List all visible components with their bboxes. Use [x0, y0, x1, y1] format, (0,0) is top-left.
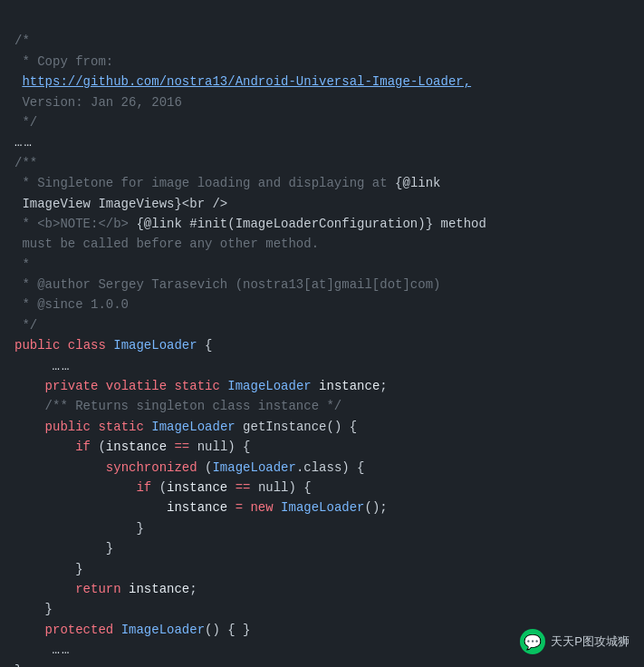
dots-3: ……	[14, 643, 71, 657]
assign-stmt: instance = new ImageLoader();	[14, 500, 388, 515]
inline-comment: /** Returns singleton class instance */	[14, 399, 341, 413]
watermark-icon: 💬	[520, 629, 545, 654]
javadoc-start: /**	[14, 156, 37, 170]
code-block: /* * Copy from: https://github.com/nostr…	[14, 11, 630, 667]
comment-line-3: https://github.com/nostra13/Android-Univ…	[14, 74, 471, 89]
comment-line-5: */	[14, 115, 37, 130]
watermark: 💬 天天P图攻城狮	[520, 629, 630, 654]
method-sig: public static ImageLoader getInstance() …	[14, 420, 357, 434]
wechat-icon: 💬	[524, 633, 542, 651]
comment-line-2: * Copy from:	[14, 54, 113, 69]
close-class: }	[14, 663, 22, 668]
javadoc-since: * @since 1.0.0	[14, 297, 129, 312]
close-brace-4: }	[14, 602, 53, 616]
javadoc-line-4: must be called before any other method.	[14, 237, 319, 251]
javadoc-line-5: *	[14, 257, 30, 272]
close-brace-3: }	[14, 562, 83, 576]
javadoc-line-2: ImageView ImageViews}<br />	[14, 197, 227, 211]
if-stmt-1: if (instance == null) {	[14, 440, 251, 454]
watermark-text: 天天P图攻城狮	[551, 633, 630, 650]
close-brace-1: }	[14, 521, 144, 536]
if-stmt-2: if (instance == null) {	[14, 480, 312, 495]
comment-line-4: Version: Jan 26, 2016	[14, 95, 182, 110]
code-container: /* * Copy from: https://github.com/nostr…	[0, 0, 644, 667]
field-decl: private volatile static ImageLoader inst…	[14, 379, 388, 393]
javadoc-line-1: * Singletone for image loading and displ…	[14, 176, 441, 190]
close-brace-2: }	[14, 541, 113, 556]
sync-stmt: synchronized (ImageLoader.class) {	[14, 460, 365, 475]
class-decl: public class ImageLoader {	[14, 338, 212, 353]
comment-line-1: /*	[14, 34, 30, 48]
dots-2: ……	[14, 359, 71, 373]
javadoc-line-3: * <b>NOTE:</b> {@link #init(ImageLoaderC…	[14, 217, 486, 231]
javadoc-author: * @author Sergey Tarasevich (nostra13[at…	[14, 277, 440, 292]
return-stmt: return instance;	[14, 582, 197, 596]
dots-1: ……	[14, 135, 34, 150]
protected-method: protected ImageLoader() { }	[14, 623, 250, 637]
javadoc-end: */	[14, 318, 37, 333]
